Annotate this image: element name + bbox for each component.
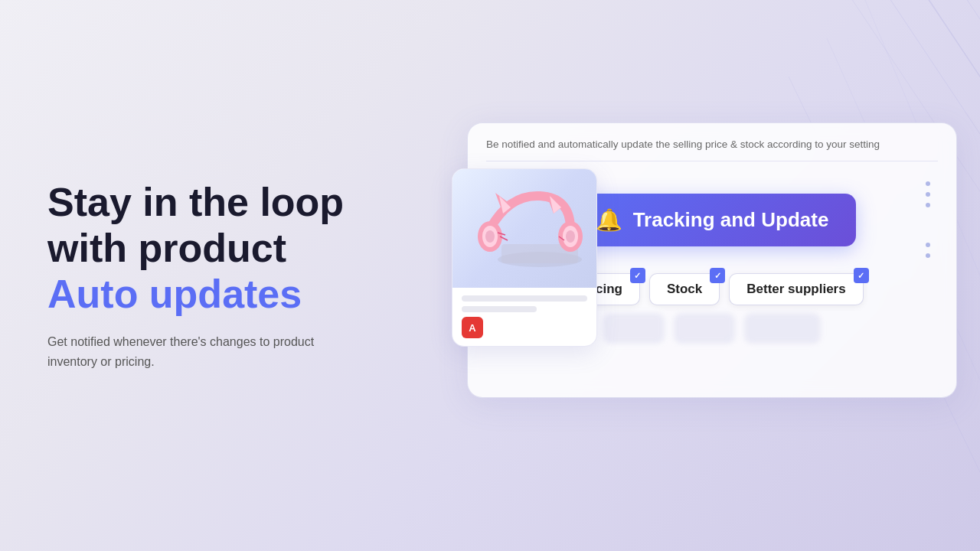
bell-icon: 🔔 <box>596 207 622 233</box>
stock-check-icon: ✓ <box>710 268 725 283</box>
headline-accent: Auto updates <box>47 271 302 315</box>
tracking-button-label: Tracking and Update <box>633 208 829 232</box>
product-card: A <box>452 168 597 347</box>
deco-dots-right <box>926 181 930 207</box>
blurred-tag-1 <box>603 313 665 344</box>
tracking-update-button[interactable]: 🔔 Tracking and Update <box>568 194 857 246</box>
blurred-tag-3 <box>744 313 821 344</box>
headline-line1: Stay in the loop <box>47 180 344 224</box>
svg-point-16 <box>485 230 495 243</box>
headline-block: Stay in the loop with product Auto updat… <box>47 180 346 317</box>
blurred-tag-2 <box>674 313 735 344</box>
left-content-section: Stay in the loop with product Auto updat… <box>47 180 346 372</box>
right-mockup: Be notified and automatically update the… <box>452 122 957 429</box>
deco-dots-right-bottom <box>926 243 930 258</box>
svg-point-19 <box>566 230 575 243</box>
headline-line2: with product <box>47 226 286 270</box>
logo-text: A <box>469 322 475 334</box>
better-suppliers-label: Better suppliers <box>746 282 845 297</box>
card-description: Be notified and automatically update the… <box>486 139 938 161</box>
product-card-bottom: A <box>452 288 596 346</box>
subtext: Get notified whenever there's changes to… <box>47 332 346 371</box>
product-store-logo: A <box>462 317 483 338</box>
product-image <box>452 169 596 288</box>
stock-label: Stock <box>667 282 702 297</box>
product-title-line <box>462 295 587 302</box>
suppliers-check-icon: ✓ <box>854 268 869 283</box>
product-subtitle-line <box>462 306 537 312</box>
pricing-check-icon: ✓ <box>630 268 645 283</box>
better-suppliers-tag[interactable]: Better suppliers ✓ <box>729 273 863 305</box>
stock-tag[interactable]: Stock ✓ <box>649 273 720 305</box>
